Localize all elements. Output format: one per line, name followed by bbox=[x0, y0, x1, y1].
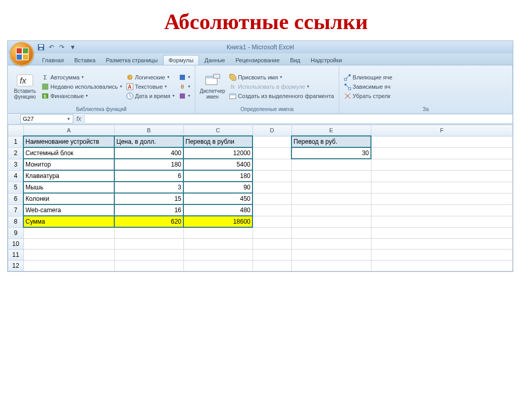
cell-A8[interactable]: Сумма bbox=[23, 216, 114, 227]
cell-C8[interactable]: 18600 bbox=[183, 216, 252, 227]
fx-label-icon[interactable]: fx bbox=[76, 115, 81, 122]
namebox-dropdown-icon[interactable]: ▼ bbox=[66, 117, 71, 121]
cell-B1[interactable]: Цена, в долл. bbox=[114, 136, 183, 147]
cell-F3[interactable] bbox=[371, 159, 513, 170]
datetime-button[interactable]: Дата и время▾ bbox=[125, 92, 176, 100]
cell-B3[interactable]: 180 bbox=[114, 159, 183, 170]
define-name-button[interactable]: Присвоить имя▾ bbox=[228, 73, 336, 81]
cell-E1[interactable]: Перевод в руб. bbox=[291, 136, 371, 147]
cell-B4[interactable]: 6 bbox=[114, 170, 183, 182]
cell-D6[interactable] bbox=[252, 193, 291, 204]
redo-icon[interactable]: ↷ bbox=[58, 43, 66, 51]
row-8[interactable]: 8 bbox=[8, 216, 24, 227]
col-B[interactable]: B bbox=[114, 125, 183, 136]
cell-E2[interactable]: 30 bbox=[291, 147, 371, 159]
row-6[interactable]: 6 bbox=[8, 193, 24, 204]
select-all-corner[interactable] bbox=[8, 125, 24, 136]
cell-F4[interactable] bbox=[371, 170, 513, 182]
cell-A1[interactable]: Наименование устройств bbox=[23, 136, 114, 147]
cell-D7[interactable] bbox=[252, 204, 291, 216]
col-C[interactable]: C bbox=[183, 125, 252, 136]
cell-D3[interactable] bbox=[252, 159, 291, 170]
office-button[interactable] bbox=[10, 42, 34, 66]
tab-review[interactable]: Рецензирование bbox=[230, 56, 285, 65]
cell-F1[interactable] bbox=[371, 136, 513, 147]
cell-B5[interactable]: 3 bbox=[114, 182, 183, 193]
cell-D8[interactable] bbox=[252, 216, 291, 227]
cell-A7[interactable]: Web-camera bbox=[23, 204, 114, 216]
row-3[interactable]: 3 bbox=[8, 159, 24, 170]
text-button[interactable]: AТекстовые▾ bbox=[125, 83, 176, 91]
row-7[interactable]: 7 bbox=[8, 204, 24, 216]
cell-E5[interactable] bbox=[291, 182, 371, 193]
cell-C6[interactable]: 450 bbox=[183, 193, 252, 204]
cell-B2[interactable]: 400 bbox=[114, 147, 183, 159]
cell-B7[interactable]: 16 bbox=[114, 204, 183, 216]
cell-E7[interactable] bbox=[291, 204, 371, 216]
cell-A3[interactable]: Монитор bbox=[23, 159, 114, 170]
col-D[interactable]: D bbox=[252, 125, 291, 136]
cell-C7[interactable]: 480 bbox=[183, 204, 252, 216]
more-fn-button[interactable]: ▾ bbox=[177, 92, 192, 100]
col-F[interactable]: F bbox=[371, 125, 513, 136]
cell-B8[interactable]: 620 bbox=[114, 216, 183, 227]
row-1[interactable]: 1 bbox=[8, 136, 24, 147]
cell-A4[interactable]: Клавиатура bbox=[23, 170, 114, 182]
tab-home[interactable]: Главная bbox=[37, 56, 69, 65]
cell-D2[interactable] bbox=[252, 147, 291, 159]
cell-F2[interactable] bbox=[371, 147, 513, 159]
cell-A9[interactable] bbox=[23, 227, 114, 239]
cell-D5[interactable] bbox=[252, 182, 291, 193]
cell-C1[interactable]: Перевод в рубли bbox=[183, 136, 252, 147]
cell-A6[interactable]: Колонки bbox=[23, 193, 114, 204]
tab-data[interactable]: Данные bbox=[199, 56, 230, 65]
cell-E6[interactable] bbox=[291, 193, 371, 204]
create-from-selection-button[interactable]: Создать из выделенного фрагмента bbox=[228, 92, 336, 100]
name-box[interactable]: G27▼ bbox=[20, 114, 73, 123]
row-12[interactable]: 12 bbox=[8, 260, 24, 271]
cell-E4[interactable] bbox=[291, 170, 371, 182]
row-2[interactable]: 2 bbox=[8, 147, 24, 159]
row-4[interactable]: 4 bbox=[8, 170, 24, 182]
trace-precedents-button[interactable]: Влияющие яче bbox=[342, 73, 394, 81]
name-manager-button[interactable]: Диспетчер имен bbox=[198, 67, 227, 106]
cell-D4[interactable] bbox=[252, 170, 291, 182]
insert-function-button[interactable]: fx Вставить функцию bbox=[11, 67, 39, 106]
lookup-button[interactable]: ▾ bbox=[177, 73, 192, 81]
col-A[interactable]: A bbox=[23, 125, 114, 136]
cell-A5[interactable]: Мышь bbox=[23, 182, 114, 193]
trace-dependents-button[interactable]: Зависимые яч bbox=[342, 83, 394, 91]
cell-E3[interactable] bbox=[291, 159, 371, 170]
row-11[interactable]: 11 bbox=[8, 250, 24, 260]
col-E[interactable]: E bbox=[291, 125, 371, 136]
autosum-button[interactable]: ΣАвтосумма▾ bbox=[40, 73, 124, 81]
worksheet[interactable]: A B C D E F 1 Наименование устройств Цен… bbox=[8, 125, 513, 271]
cell-F5[interactable] bbox=[371, 182, 513, 193]
row-9[interactable]: 9 bbox=[8, 227, 24, 239]
tab-formulas[interactable]: Формулы bbox=[163, 55, 200, 65]
cell-F7[interactable] bbox=[371, 204, 513, 216]
row-10[interactable]: 10 bbox=[8, 239, 24, 250]
tab-addins[interactable]: Надстройки bbox=[305, 56, 347, 65]
cell-A2[interactable]: Системный блок bbox=[23, 147, 114, 159]
recent-button[interactable]: Недавно использовались▾ bbox=[40, 83, 124, 91]
math-button[interactable]: θ▾ bbox=[177, 83, 192, 91]
tab-insert[interactable]: Вставка bbox=[69, 56, 101, 65]
tab-view[interactable]: Вид bbox=[285, 56, 305, 65]
save-icon[interactable] bbox=[37, 43, 45, 51]
cell-C4[interactable]: 180 bbox=[183, 170, 252, 182]
cell-F8[interactable] bbox=[371, 216, 513, 227]
cell-C5[interactable]: 90 bbox=[183, 182, 252, 193]
cell-C2[interactable]: 12000 bbox=[183, 147, 252, 159]
cell-C3[interactable]: 5400 bbox=[183, 159, 252, 170]
cell-B6[interactable]: 15 bbox=[114, 193, 183, 204]
undo-icon[interactable]: ↶ bbox=[47, 43, 56, 51]
formula-input[interactable] bbox=[84, 114, 513, 123]
logical-button[interactable]: ?Логические▾ bbox=[125, 73, 176, 81]
cell-D1[interactable] bbox=[252, 136, 291, 147]
tab-page-layout[interactable]: Разметка страницы bbox=[101, 56, 163, 65]
financial-button[interactable]: $Финансовые▾ bbox=[40, 92, 124, 100]
cell-E8[interactable] bbox=[291, 216, 371, 227]
row-5[interactable]: 5 bbox=[8, 182, 24, 193]
remove-arrows-button[interactable]: Убрать стрелк bbox=[342, 92, 394, 100]
